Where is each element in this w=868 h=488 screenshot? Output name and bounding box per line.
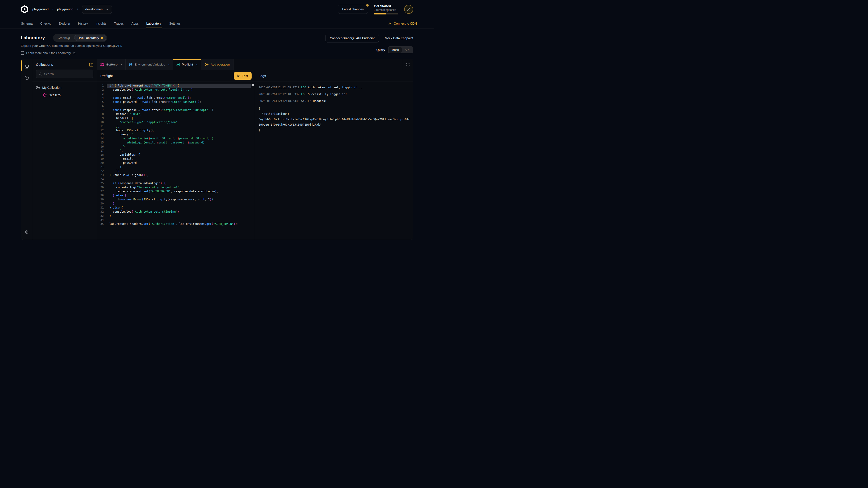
line-number: 10 bbox=[97, 120, 107, 124]
globe-icon bbox=[129, 63, 132, 66]
line-text: if (!lab.environment.get("AUTH_TOKEN")) … bbox=[107, 84, 251, 88]
connect-endpoint-button[interactable]: Connect GraphQL API Endpoint bbox=[326, 34, 379, 42]
code-line: 4 const email = await lab.prompt('Enter … bbox=[97, 96, 255, 100]
line-text: console.log('Successfully logged in!') bbox=[107, 185, 255, 189]
latest-changes-button[interactable]: Latest changes bbox=[338, 5, 368, 14]
log-json-line: "eyJhbGciOiJIUzI1NiIsInR5cCI6IkpXVCJ9.ey… bbox=[258, 117, 409, 122]
nav-item-insights[interactable]: Insights bbox=[92, 19, 110, 28]
collections-title: Collections bbox=[36, 63, 53, 67]
breadcrumb-separator: / bbox=[53, 7, 53, 11]
line-number: 9 bbox=[97, 116, 107, 120]
line-number: 29 bbox=[97, 197, 107, 201]
main-nav: SchemaChecksExplorerHistoryInsightsTrace… bbox=[0, 19, 434, 29]
add-operation-button[interactable]: Add operation bbox=[201, 59, 234, 70]
line-text bbox=[107, 177, 255, 181]
query-label: Query bbox=[376, 48, 385, 52]
code-line: 12 body: JSON.stringify({ bbox=[97, 128, 255, 132]
line-number: 19 bbox=[97, 157, 107, 161]
operation-gethero[interactable]: GetHero bbox=[41, 92, 93, 98]
code-line: 33} bbox=[97, 214, 255, 218]
nav-item-settings[interactable]: Settings bbox=[165, 19, 184, 28]
nav-item-apps[interactable]: Apps bbox=[127, 19, 143, 28]
chevron-down-icon bbox=[106, 8, 108, 10]
query-mode-switch: Mock API bbox=[388, 46, 413, 53]
line-number: 34 bbox=[97, 218, 107, 222]
line-text: throw new Error(JSON.stringify(response.… bbox=[107, 197, 255, 201]
line-number: 25 bbox=[97, 181, 107, 185]
get-started-widget[interactable]: Get Started 3 remaining tasks bbox=[374, 4, 398, 14]
code-line: 2 console.log('Auth token not set, loggi… bbox=[97, 88, 255, 92]
search-input[interactable] bbox=[44, 72, 91, 76]
code-line: 6 bbox=[97, 104, 255, 108]
subheader-left: Laboratory GraphiQL Hive Laboratory Expl… bbox=[21, 34, 122, 55]
connect-cdn-link[interactable]: Connect to CDN bbox=[388, 19, 417, 28]
nav-item-history[interactable]: History bbox=[74, 19, 92, 28]
hive-logo-icon[interactable] bbox=[21, 5, 29, 13]
code-line: 25 if (response.data.adminLogin) { bbox=[97, 181, 255, 185]
nav-item-checks[interactable]: Checks bbox=[36, 19, 55, 28]
tab-bar-filler bbox=[234, 59, 402, 70]
code-line: 11 }, bbox=[97, 124, 255, 128]
log-json-line: { bbox=[258, 106, 409, 111]
mock-endpoint-button[interactable]: Mock Data Endpoint bbox=[385, 36, 413, 40]
logs-title: Logs bbox=[255, 70, 413, 82]
line-text: lab.environment.set("AUTH_TOKEN", respon… bbox=[107, 189, 255, 193]
code-line: 3 bbox=[97, 92, 255, 96]
close-icon[interactable]: × bbox=[196, 63, 198, 66]
nav-item-explorer[interactable]: Explorer bbox=[55, 19, 74, 28]
line-text: 'Content-Type': 'application/json' bbox=[107, 120, 255, 124]
tab-preflight[interactable]: Preflight× bbox=[173, 59, 201, 70]
line-text: }).then(r => r.json()); bbox=[107, 173, 255, 177]
editor-title: Preflight bbox=[100, 74, 113, 78]
breadcrumb-project[interactable]: playground bbox=[57, 7, 73, 11]
user-avatar[interactable] bbox=[404, 5, 413, 14]
nav-item-schema[interactable]: Schema bbox=[17, 19, 36, 28]
code-line: 31} else { bbox=[97, 205, 255, 210]
code-line: 30 } bbox=[97, 201, 255, 205]
settings-gear-icon[interactable] bbox=[23, 228, 31, 236]
collection-folder[interactable]: My Collection bbox=[36, 86, 93, 90]
line-text: lab.request.headers.set('Authorization',… bbox=[107, 222, 255, 226]
nav-item-traces[interactable]: Traces bbox=[110, 19, 127, 28]
mode-option-graphiql[interactable]: GraphiQL bbox=[54, 35, 74, 41]
breadcrumb-org[interactable]: playground bbox=[32, 7, 49, 11]
tab-environment-variables[interactable]: Environment Variables× bbox=[126, 59, 173, 70]
page-title: Laboratory bbox=[21, 35, 45, 40]
line-number: 27 bbox=[97, 189, 107, 193]
line-text: email, bbox=[107, 157, 255, 161]
close-icon[interactable]: × bbox=[168, 63, 170, 66]
code-line: 15 adminLogin(email: $email, password: $… bbox=[97, 140, 255, 144]
query-mode-api[interactable]: API bbox=[402, 47, 412, 53]
target-selector[interactable]: development bbox=[82, 5, 112, 14]
tab-gethero[interactable]: GetHero× bbox=[97, 59, 126, 70]
collections-rail-icon[interactable] bbox=[23, 63, 31, 70]
line-number: 8 bbox=[97, 112, 107, 116]
learn-more-link[interactable]: Learn more about the Laboratory bbox=[21, 51, 122, 55]
line-text: password bbox=[107, 161, 255, 165]
code-line: 29 throw new Error(JSON.stringify(respon… bbox=[97, 197, 255, 201]
fullscreen-button[interactable] bbox=[402, 59, 413, 70]
nav-item-laboratory[interactable]: Laboratory bbox=[143, 19, 165, 28]
get-started-progress bbox=[374, 13, 398, 14]
line-number: 28 bbox=[97, 193, 107, 197]
line-number: 1 bbox=[97, 84, 107, 88]
line-number: 3 bbox=[97, 92, 107, 96]
mode-option-hive-laboratory[interactable]: Hive Laboratory bbox=[74, 35, 106, 41]
test-button[interactable]: Test bbox=[234, 72, 252, 80]
line-text: `, bbox=[107, 149, 255, 153]
code-editor[interactable]: 1if (!lab.environment.get("AUTH_TOKEN"))… bbox=[97, 82, 255, 240]
code-line: 1if (!lab.environment.get("AUTH_TOKEN"))… bbox=[97, 84, 255, 88]
collections-search[interactable] bbox=[36, 70, 93, 78]
history-rail-icon[interactable] bbox=[23, 74, 31, 81]
code-line: 23}).then(r => r.json()); bbox=[97, 173, 255, 177]
close-icon[interactable]: × bbox=[121, 63, 122, 66]
add-collection-icon[interactable] bbox=[89, 63, 93, 67]
line-number: 17 bbox=[97, 149, 107, 153]
editor-scrollbar-thumb[interactable] bbox=[252, 84, 254, 86]
query-mode-mock[interactable]: Mock bbox=[389, 47, 402, 53]
log-message: Auth token not set, loggin in... bbox=[308, 86, 362, 89]
line-text: adminLogin(email: $email, password: $pas… bbox=[107, 140, 255, 144]
tab-label: Preflight bbox=[182, 63, 193, 66]
line-text: const password = await lab.prompt('Enter… bbox=[107, 100, 255, 104]
log-entry: 2026-01-26T12:12:18.333Z LOG Successfull… bbox=[258, 92, 409, 96]
